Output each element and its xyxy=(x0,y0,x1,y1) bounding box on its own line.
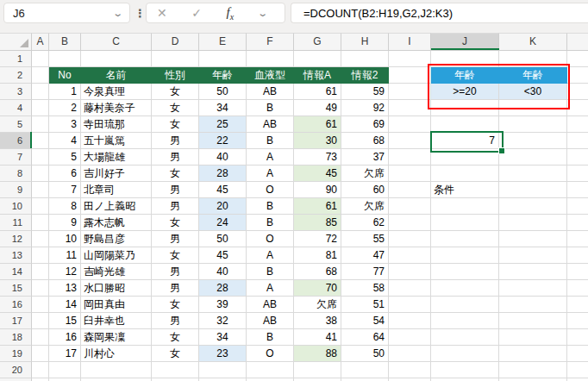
cell-clipped-10[interactable] xyxy=(567,198,588,215)
cell-G7[interactable]: 73 xyxy=(294,149,341,166)
row-header-14[interactable]: 14 xyxy=(0,264,32,280)
cell-I7[interactable] xyxy=(389,149,431,166)
cell-I19[interactable] xyxy=(389,346,431,362)
cell-D7[interactable]: 男 xyxy=(152,149,199,166)
cell-F12[interactable]: O xyxy=(247,231,294,247)
cell-C10[interactable]: 田ノ上義昭 xyxy=(81,198,152,215)
row-header-16[interactable]: 16 xyxy=(0,297,32,313)
cell-clipped-15[interactable] xyxy=(567,280,588,297)
formula-input[interactable]: =DCOUNT(B2:H19,G2,J2:K3) xyxy=(291,3,588,23)
cell-B11[interactable]: 9 xyxy=(49,215,81,231)
cell-B4[interactable]: 2 xyxy=(49,100,81,116)
cell-clipped-13[interactable] xyxy=(567,247,588,264)
cell-K18[interactable] xyxy=(499,329,567,346)
cell-G20[interactable] xyxy=(294,362,341,378)
cell-C8[interactable]: 吉川好子 xyxy=(81,166,152,182)
cell-J19[interactable] xyxy=(431,346,499,362)
row-header-2[interactable]: 2 xyxy=(0,67,32,84)
cell-I4[interactable] xyxy=(389,100,431,116)
cell-E5[interactable]: 25 xyxy=(199,116,247,133)
enter-icon[interactable]: ✓ xyxy=(191,6,202,20)
cell-J5[interactable] xyxy=(431,116,499,133)
cell-clipped-6[interactable] xyxy=(567,133,588,149)
cell-C12[interactable]: 野島昌彦 xyxy=(81,231,152,247)
cell-B9[interactable]: 7 xyxy=(49,182,81,198)
cell-A17[interactable] xyxy=(32,313,49,329)
cell-C11[interactable]: 露木志帆 xyxy=(81,215,152,231)
cell-A7[interactable] xyxy=(32,149,49,166)
cell-I9[interactable] xyxy=(389,182,431,198)
cell-B16[interactable]: 14 xyxy=(49,297,81,313)
cell-J12[interactable] xyxy=(431,231,499,247)
cell-J1[interactable] xyxy=(431,51,499,67)
cell-C15[interactable]: 水口勝昭 xyxy=(81,280,152,297)
cell-B1[interactable] xyxy=(49,51,81,67)
cell-K1[interactable] xyxy=(499,51,567,67)
cell-K8[interactable] xyxy=(499,166,567,182)
cell-E20[interactable] xyxy=(199,362,247,378)
column-header-clipped[interactable] xyxy=(567,33,588,51)
cell-D15[interactable]: 男 xyxy=(152,280,199,297)
cell-G16[interactable]: 欠席 xyxy=(294,297,341,313)
cell-B10[interactable]: 8 xyxy=(49,198,81,215)
cell-J9[interactable]: 条件 xyxy=(431,182,499,198)
name-box[interactable]: J6 ⌄ xyxy=(3,3,130,23)
cell-K3[interactable]: <30 xyxy=(499,84,567,100)
cell-B3[interactable]: 1 xyxy=(49,84,81,100)
cell-J7[interactable] xyxy=(431,149,499,166)
cell-I14[interactable] xyxy=(389,264,431,280)
cell-D10[interactable]: 男 xyxy=(152,198,199,215)
cell-G13[interactable]: 81 xyxy=(294,247,341,264)
row-header-11[interactable]: 11 xyxy=(0,215,32,231)
cell-H13[interactable]: 47 xyxy=(341,247,389,264)
cell-F16[interactable]: AB xyxy=(247,297,294,313)
cell-D1[interactable] xyxy=(152,51,199,67)
cell-D9[interactable]: 男 xyxy=(152,182,199,198)
cell-H19[interactable]: 50 xyxy=(341,346,389,362)
cell-A20[interactable] xyxy=(32,362,49,378)
cell-E13[interactable]: 45 xyxy=(199,247,247,264)
insert-function-icon[interactable]: fx xyxy=(227,5,235,22)
cell-I17[interactable] xyxy=(389,313,431,329)
cell-F9[interactable]: O xyxy=(247,182,294,198)
cell-B2[interactable]: No xyxy=(49,67,81,84)
row-header-9[interactable]: 9 xyxy=(0,182,32,198)
cell-H17[interactable]: 54 xyxy=(341,313,389,329)
cell-H10[interactable]: 欠席 xyxy=(341,198,389,215)
cell-D14[interactable]: 男 xyxy=(152,264,199,280)
cell-G9[interactable]: 90 xyxy=(294,182,341,198)
cell-B13[interactable]: 11 xyxy=(49,247,81,264)
cell-C9[interactable]: 北章司 xyxy=(81,182,152,198)
cell-I5[interactable] xyxy=(389,116,431,133)
cell-J10[interactable] xyxy=(431,198,499,215)
cell-K12[interactable] xyxy=(499,231,567,247)
cell-J6[interactable]: 7 xyxy=(431,133,499,149)
cell-G12[interactable]: 72 xyxy=(294,231,341,247)
cell-A10[interactable] xyxy=(32,198,49,215)
cell-I2[interactable] xyxy=(389,67,431,84)
cell-H8[interactable]: 欠席 xyxy=(341,166,389,182)
cell-K4[interactable] xyxy=(499,100,567,116)
cell-F2[interactable]: 血液型 xyxy=(247,67,294,84)
cell-A13[interactable] xyxy=(32,247,49,264)
cell-clipped-2[interactable] xyxy=(567,67,588,84)
cell-D2[interactable]: 性別 xyxy=(152,67,199,84)
cell-I20[interactable] xyxy=(389,362,431,378)
cell-J8[interactable] xyxy=(431,166,499,182)
column-header-I[interactable]: I xyxy=(389,33,431,51)
cell-F3[interactable]: AB xyxy=(247,84,294,100)
cell-B5[interactable]: 3 xyxy=(49,116,81,133)
cell-clipped-12[interactable] xyxy=(567,231,588,247)
cell-I13[interactable] xyxy=(389,247,431,264)
cell-B6[interactable]: 4 xyxy=(49,133,81,149)
row-header-19[interactable]: 19 xyxy=(0,346,32,362)
cell-D20[interactable] xyxy=(152,362,199,378)
cell-D18[interactable]: 女 xyxy=(152,329,199,346)
cell-F6[interactable]: B xyxy=(247,133,294,149)
row-header-7[interactable]: 7 xyxy=(0,149,32,166)
row-header-18[interactable]: 18 xyxy=(0,329,32,346)
cell-J18[interactable] xyxy=(431,329,499,346)
cell-J3[interactable]: >=20 xyxy=(431,84,499,100)
cell-G6[interactable]: 30 xyxy=(294,133,341,149)
cell-clipped-4[interactable] xyxy=(567,100,588,116)
